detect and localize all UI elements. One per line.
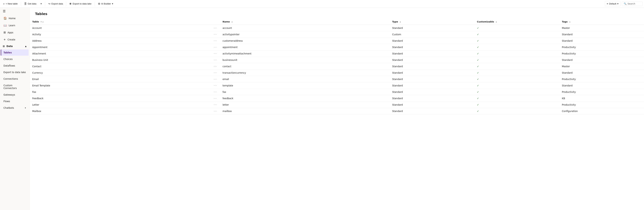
cell-table-name[interactable]: Email: [30, 76, 211, 83]
cell-table-name[interactable]: Activity: [30, 31, 211, 38]
export-lake-button[interactable]: ❋ Export to data lake: [68, 1, 93, 6]
cell-table-name[interactable]: Currency: [30, 70, 211, 76]
sort-down-icon: ↓: [42, 21, 44, 23]
table-row: Contact···contactStandard✓Master: [30, 63, 644, 70]
cell-table-name[interactable]: Email Template: [30, 83, 211, 89]
cell-row-menu[interactable]: ···: [211, 31, 220, 38]
table-row: Account···accountStandard✓Master: [30, 25, 644, 31]
toolbar-right: ≡ Default ▾ 🔍 Search: [605, 1, 642, 6]
cell-type: Standard: [389, 63, 474, 70]
export-lake-icon: ❋: [69, 2, 72, 5]
cell-row-menu[interactable]: ···: [211, 57, 220, 63]
cell-table-name[interactable]: Feedback: [30, 95, 211, 102]
cell-type: Standard: [389, 50, 474, 57]
export-data-button[interactable]: ↪ Export data: [46, 1, 65, 6]
table-row: Currency···transactioncurrencyStandard✓S…: [30, 70, 644, 76]
cell-customizable: ✓: [474, 95, 559, 102]
sort-up-icon: ↑: [40, 21, 42, 23]
tags-sort-down-icon: ↓: [569, 21, 570, 23]
cell-customizable: ✓: [474, 38, 559, 44]
sidebar-item-export-lake[interactable]: Export to data lake: [1, 69, 28, 75]
cell-row-menu[interactable]: ···: [211, 76, 220, 83]
col-header-table[interactable]: Table ↑ ↓: [30, 19, 211, 25]
cell-table-name[interactable]: Address: [30, 38, 211, 44]
search-box[interactable]: 🔍 Search: [622, 1, 642, 6]
checkmark-icon: ✓: [477, 52, 479, 55]
checkmark-icon: ✓: [477, 84, 479, 87]
ai-builder-button[interactable]: ⚙ AI Builder ▾: [96, 1, 115, 6]
cell-schema-name: appointment: [220, 44, 389, 50]
cell-row-menu[interactable]: ···: [211, 89, 220, 95]
cell-row-menu[interactable]: ···: [211, 63, 220, 70]
sidebar-item-home[interactable]: 🏠 Home: [1, 15, 28, 22]
cell-row-menu[interactable]: ···: [211, 102, 220, 108]
hamburger-menu[interactable]: ☰: [0, 7, 29, 15]
get-data-dropdown[interactable]: ▾: [39, 1, 44, 6]
cell-row-menu[interactable]: ···: [211, 44, 220, 50]
cell-row-menu[interactable]: ···: [211, 108, 220, 114]
sidebar-item-flows[interactable]: Flows: [1, 98, 28, 105]
sidebar: ☰ 🏠 Home 📖 Learn ⊞ Apps + Create ⊞ Data …: [0, 7, 30, 210]
cell-table-name[interactable]: Account: [30, 25, 211, 31]
sidebar-item-apps[interactable]: ⊞ Apps: [1, 29, 28, 36]
content-area: Tables Table ↑ ↓ Name ↓: [30, 7, 644, 210]
cell-type: Standard: [389, 95, 474, 102]
checkmark-icon: ✓: [477, 59, 479, 61]
col-header-tags[interactable]: Tags ↓: [559, 19, 644, 25]
table-row: Mailbox···mailboxStandard✓Configuration: [30, 108, 644, 114]
cell-customizable: ✓: [474, 89, 559, 95]
cell-schema-name: transactioncurrency: [220, 70, 389, 76]
cell-table-name[interactable]: Attachment: [30, 50, 211, 57]
cell-table-name[interactable]: Business Unit: [30, 57, 211, 63]
sidebar-item-gateways[interactable]: Gateways: [1, 92, 28, 98]
sidebar-item-learn[interactable]: 📖 Learn: [1, 22, 28, 29]
sidebar-item-tables[interactable]: Tables: [1, 49, 28, 56]
col-header-name[interactable]: Name ↓: [220, 19, 389, 25]
cell-table-name[interactable]: Contact: [30, 63, 211, 70]
sidebar-item-create[interactable]: + Create: [1, 36, 28, 43]
cell-row-menu[interactable]: ···: [211, 38, 220, 44]
cell-row-menu[interactable]: ···: [211, 70, 220, 76]
cell-tags: Standard: [559, 83, 644, 89]
cell-tags: Standard: [559, 70, 644, 76]
cell-customizable: ✓: [474, 83, 559, 89]
cell-type: Custom: [389, 31, 474, 38]
col-header-customizable[interactable]: Customizable ↓: [474, 19, 559, 25]
sidebar-item-label: Create: [8, 38, 15, 41]
sidebar-item-choices[interactable]: Choices: [1, 56, 28, 62]
cell-type: Standard: [389, 89, 474, 95]
cell-schema-name: businessunit: [220, 57, 389, 63]
sidebar-item-label: Learn: [9, 24, 15, 27]
cell-row-menu[interactable]: ···: [211, 83, 220, 89]
sidebar-item-custom-connectors[interactable]: Custom Connectors: [1, 82, 28, 91]
checkmark-icon: ✓: [477, 91, 479, 93]
default-button[interactable]: ≡ Default ▾: [605, 1, 620, 6]
type-sort-icons: ↓: [400, 21, 401, 23]
table-row: Email···emailStandard✓Productivity: [30, 76, 644, 83]
cell-type: Standard: [389, 25, 474, 31]
cell-customizable: ✓: [474, 50, 559, 57]
cell-row-menu[interactable]: ···: [211, 95, 220, 102]
cell-type: Standard: [389, 83, 474, 89]
checkmark-icon: ✓: [477, 33, 479, 36]
cell-table-name[interactable]: Letter: [30, 102, 211, 108]
cell-row-menu[interactable]: ···: [211, 25, 220, 31]
cell-schema-name: contact: [220, 63, 389, 70]
chevron-down-icon: ▾: [40, 2, 42, 5]
sidebar-group-label: Data: [6, 45, 13, 48]
new-table-button[interactable]: + + New table: [2, 1, 20, 6]
ai-builder-chevron: ▾: [112, 2, 113, 5]
get-data-button[interactable]: 🗄 Get data: [22, 1, 38, 6]
sidebar-group-data[interactable]: ⊞ Data ▲: [0, 43, 29, 49]
cell-table-name[interactable]: Fax: [30, 89, 211, 95]
home-icon: 🏠: [4, 17, 7, 20]
sidebar-item-dataflows[interactable]: Dataflows: [1, 63, 28, 69]
table-row: Activity···activitypointerCustom✓Standar…: [30, 31, 644, 38]
cell-table-name[interactable]: Appointment: [30, 44, 211, 50]
sidebar-item-chatbots[interactable]: Chatbots ▾: [1, 105, 28, 111]
cell-tags: Master: [559, 63, 644, 70]
col-header-type[interactable]: Type ↓: [389, 19, 474, 25]
cell-table-name[interactable]: Mailbox: [30, 108, 211, 114]
cell-row-menu[interactable]: ···: [211, 50, 220, 57]
sidebar-item-connections[interactable]: Connections: [1, 76, 28, 82]
